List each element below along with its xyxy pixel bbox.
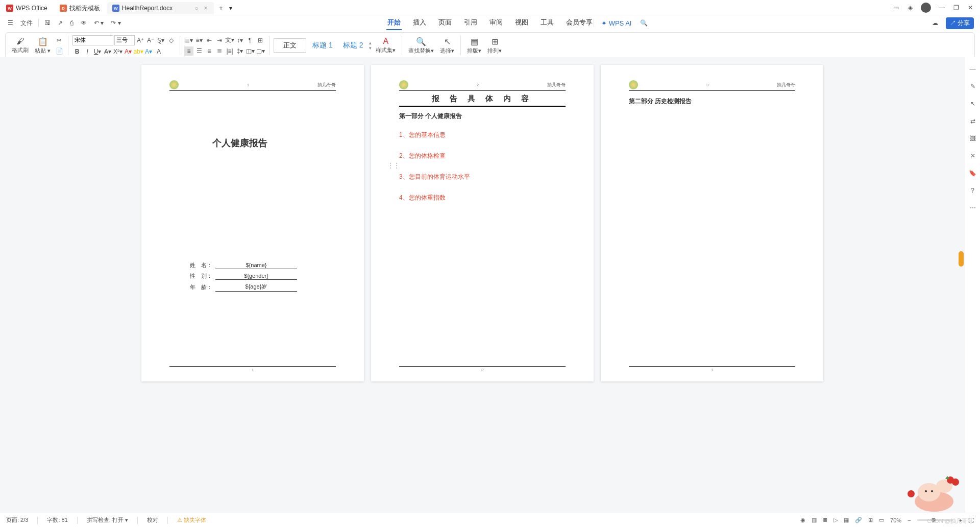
new-tab-button[interactable]: + <box>216 2 226 14</box>
spellcheck-status[interactable]: 拼写检查: 打开 ▾ <box>87 516 128 524</box>
tab-document[interactable]: W HealthReport.docx ○ × <box>107 2 214 14</box>
view-web-icon[interactable]: ▦ <box>844 517 849 523</box>
search-icon[interactable]: 🔍 <box>639 18 649 28</box>
window-icon[interactable]: ▭ <box>879 517 884 523</box>
style-heading1[interactable]: 标题 1 <box>308 39 337 52</box>
text-effect-icon[interactable]: A▾ <box>144 47 153 56</box>
wps-ai-button[interactable]: ✦ WPS AI <box>600 17 632 29</box>
select-button[interactable]: ↖选择▾ <box>438 37 456 55</box>
style-heading2[interactable]: 标题 2 <box>339 39 368 52</box>
preview-icon[interactable]: 👁 <box>79 18 88 28</box>
cloud-icon[interactable]: ☁ <box>930 18 940 28</box>
redo-icon[interactable]: ↷ ▾ <box>109 18 122 28</box>
avatar[interactable] <box>921 3 931 13</box>
font-size-select[interactable] <box>114 35 135 45</box>
style-scroll-up[interactable]: ▴ <box>369 40 372 45</box>
italic-icon[interactable]: I <box>83 47 92 56</box>
menu-view[interactable]: 视图 <box>514 16 529 30</box>
styleset-button[interactable]: A样式集▾ <box>374 37 398 54</box>
view-outline-icon[interactable]: ≣ <box>823 517 827 523</box>
superscript-icon[interactable]: X²▾ <box>113 47 122 56</box>
font-family-select[interactable] <box>72 35 113 45</box>
highlight-icon[interactable]: ab▾ <box>134 47 143 56</box>
document-workspace[interactable]: 1抽几哥哥 个人健康报告 姓 名:${name} 性 别:${gender} 年… <box>0 57 965 513</box>
style-scroll-down[interactable]: ▾ <box>369 45 372 51</box>
text-direction-icon[interactable]: 文▾ <box>225 36 234 45</box>
change-case-icon[interactable]: Ȿ▾ <box>156 36 165 45</box>
minimize-icon[interactable]: — <box>938 4 945 11</box>
help-icon[interactable]: ? <box>968 186 977 195</box>
page-counter[interactable]: 页面: 2/3 <box>6 516 28 524</box>
underline-icon[interactable]: U▾ <box>93 47 102 56</box>
swap-icon[interactable]: ⇄ <box>968 116 977 126</box>
shrink-font-icon[interactable]: A⁻ <box>146 36 155 45</box>
ruler-icon[interactable]: ⊞ <box>256 36 265 45</box>
zoom-out-icon[interactable]: − <box>908 517 911 523</box>
distribute-icon[interactable]: |≡| <box>225 46 234 56</box>
arrange-button[interactable]: ⊞排列▾ <box>485 37 504 55</box>
view-eye-icon[interactable]: ◉ <box>800 517 805 523</box>
save-icon[interactable]: 🖫 <box>43 18 52 28</box>
view-read-icon[interactable]: ▷ <box>834 517 838 523</box>
image-icon[interactable]: 🖼 <box>968 134 977 143</box>
tab-close-icon[interactable]: ○ <box>193 5 200 12</box>
tools-icon[interactable]: ✕ <box>968 151 977 160</box>
file-menu[interactable]: 文件 <box>19 18 34 29</box>
scrollbar-thumb[interactable] <box>959 251 964 267</box>
word-count[interactable]: 字数: 81 <box>47 516 67 524</box>
shading-icon[interactable]: ◫▾ <box>246 46 255 56</box>
bookmark-icon[interactable]: 🔖 <box>968 169 977 178</box>
menu-ref[interactable]: 引用 <box>463 16 478 30</box>
maximize-icon[interactable]: ❐ <box>952 4 960 11</box>
link-icon[interactable]: 🔗 <box>855 517 862 523</box>
print-icon[interactable]: ⎙ <box>68 18 75 28</box>
char-border-icon[interactable]: A <box>154 47 163 56</box>
bullet-list-icon[interactable]: ≣▾ <box>184 36 193 45</box>
menu-vip[interactable]: 会员专享 <box>565 16 594 30</box>
indent-right-icon[interactable]: ⇥ <box>215 36 224 45</box>
menu-insert[interactable]: 插入 <box>412 16 427 30</box>
menu-start[interactable]: 开始 <box>386 16 402 30</box>
font-color-icon[interactable]: A▾ <box>124 47 133 56</box>
tile-button[interactable]: ▤排版▾ <box>465 37 483 55</box>
clear-format-icon[interactable]: ◇ <box>166 36 176 45</box>
export-icon[interactable]: ↗ <box>56 18 64 28</box>
collapse-icon[interactable]: — <box>968 64 977 74</box>
align-right-icon[interactable]: ≡ <box>205 46 214 56</box>
menu-tools[interactable]: 工具 <box>540 16 555 30</box>
find-replace-button[interactable]: 🔍查找替换▾ <box>406 37 436 55</box>
edit-icon[interactable]: ✎ <box>968 82 977 91</box>
paragraph-mark-icon[interactable]: ¶ <box>246 36 255 45</box>
missing-font-warning[interactable]: ⚠ 缺失字体 <box>177 516 206 524</box>
indent-left-icon[interactable]: ⇤ <box>205 36 214 45</box>
scrollbar-track[interactable] <box>958 57 965 513</box>
menu-review[interactable]: 审阅 <box>488 16 504 30</box>
align-justify-icon[interactable]: ≣ <box>215 46 224 56</box>
tab-menu-button[interactable]: ▾ <box>228 2 234 14</box>
menu-page[interactable]: 页面 <box>437 16 453 30</box>
share-button[interactable]: ↗ 分享 <box>946 17 974 29</box>
drag-handle-icon[interactable]: ⋮⋮ <box>387 162 400 169</box>
close-icon[interactable]: ✕ <box>967 4 974 11</box>
grow-font-icon[interactable]: A⁺ <box>136 36 145 45</box>
tab-template[interactable]: D 找稻壳模板 <box>55 2 105 14</box>
sort-icon[interactable]: ↕▾ <box>235 36 244 45</box>
cube-icon[interactable]: ◈ <box>906 4 914 11</box>
hamburger-icon[interactable]: ☰ <box>6 18 15 28</box>
tab-wps-home[interactable]: W WPS Office <box>1 2 53 14</box>
align-center-icon[interactable]: ☰ <box>194 46 204 56</box>
strike-icon[interactable]: A̶▾ <box>103 47 112 56</box>
cut-icon[interactable]: ✂ <box>55 36 64 45</box>
border-icon[interactable]: ▢▾ <box>256 46 265 56</box>
paste-button[interactable]: 📋粘贴 ▾ <box>33 37 53 55</box>
style-body[interactable]: 正文 <box>274 38 306 53</box>
view-page-icon[interactable]: ▥ <box>812 517 817 523</box>
format-painter-button[interactable]: 🖌格式刷 <box>10 37 31 54</box>
zoom-level[interactable]: 70% <box>890 517 901 523</box>
line-spacing-icon[interactable]: ‡▾ <box>235 46 244 56</box>
bold-icon[interactable]: B <box>72 47 82 56</box>
undo-icon[interactable]: ↶ ▾ <box>92 18 105 28</box>
copy-icon[interactable]: 📄 <box>55 46 64 56</box>
app-box-icon[interactable]: ▭ <box>892 4 899 11</box>
proof-status[interactable]: 校对 <box>147 516 158 524</box>
